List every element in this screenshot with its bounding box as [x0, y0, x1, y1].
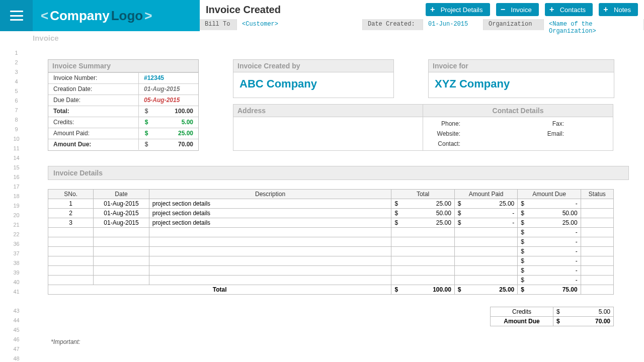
- company-logo: < Company Logo >: [33, 0, 200, 31]
- money-cell: $25.00: [391, 199, 454, 209]
- cell-status: [581, 218, 613, 228]
- table-row: 301-Aug-2015project section details$25.0…: [48, 218, 614, 228]
- cell-date: 01-Aug-2015: [94, 218, 149, 228]
- date-created-label: Date Created:: [363, 19, 423, 30]
- cell-date: 01-Aug-2015: [94, 199, 149, 209]
- money-cell: $25.00: [454, 285, 517, 295]
- money-cell: $-: [518, 199, 581, 209]
- table-row: 101-Aug-2015project section details$25.0…: [48, 199, 614, 209]
- invoice-details-table: SNo. Date Description Total Amount Paid …: [48, 189, 614, 295]
- creation-date-value: 01-Aug-2015: [139, 84, 198, 95]
- due-date-label: Due Date:: [48, 95, 139, 106]
- recap-credits-value: $5.00: [553, 307, 614, 317]
- plus-icon: +: [549, 6, 555, 14]
- invoice-created-by-box: Invoice Created by ABC Company: [233, 59, 394, 98]
- col-total: Total: [391, 190, 454, 199]
- total-label: Total:: [48, 106, 139, 117]
- cell-sno: 2: [48, 209, 94, 218]
- invoice-button[interactable]: − Invoice: [496, 3, 539, 16]
- table-row: 201-Aug-2015project section details$50.0…: [48, 209, 614, 218]
- notes-button[interactable]: + Notes: [599, 3, 638, 16]
- money-cell: $-: [518, 247, 581, 256]
- logo-sub-text: Logo: [111, 8, 143, 24]
- bill-to-value[interactable]: <Customer>: [237, 19, 363, 30]
- cell-desc: project section details: [149, 209, 391, 218]
- currency-symbol: $: [139, 128, 154, 139]
- important-note-label: *Important:: [48, 338, 629, 345]
- money-cell: $-: [518, 256, 581, 266]
- credits-label: Credits:: [48, 117, 139, 128]
- amount-due-value: 70.00: [154, 139, 198, 150]
- table-header-row: SNo. Date Description Total Amount Paid …: [48, 190, 614, 199]
- total-row-label: Total: [48, 285, 391, 295]
- invoice-label: Invoice: [511, 6, 532, 14]
- logo-bracket-open: <: [41, 8, 48, 24]
- invoice-for-name: XYZ Company: [429, 72, 614, 98]
- credits-value: 5.00: [154, 117, 198, 128]
- col-status: Status: [581, 190, 613, 199]
- recap-credits-label: Credits: [491, 307, 553, 317]
- total-value: 100.00: [154, 106, 198, 117]
- invoice-number-value: #12345: [139, 73, 198, 83]
- date-created-value[interactable]: 01-Jun-2015: [423, 19, 484, 30]
- money-cell: $-: [518, 228, 581, 237]
- invoice-for-box: Invoice for XYZ Company: [428, 59, 614, 98]
- recap-box: Credits $5.00 Amount Due $70.00: [48, 307, 614, 326]
- project-details-button[interactable]: + Project Details: [426, 3, 490, 16]
- organization-value[interactable]: <Name of the Organization>: [544, 19, 644, 30]
- money-cell: $-: [518, 276, 581, 285]
- money-cell: $-: [518, 237, 581, 247]
- col-due: Amount Due: [518, 190, 581, 199]
- row-number-gutter: 1234567891011141516171819202122363738394…: [0, 45, 33, 362]
- amount-due-label: Amount Due:: [48, 139, 139, 150]
- money-cell: $25.00: [518, 218, 581, 228]
- contacts-button[interactable]: + Contacts: [545, 3, 593, 16]
- cell-desc: project section details: [149, 218, 391, 228]
- created-by-header: Invoice Created by: [233, 60, 393, 72]
- fax-label: Fax:: [539, 120, 564, 127]
- currency-symbol: $: [139, 106, 154, 117]
- money-cell: $25.00: [391, 218, 454, 228]
- currency-symbol: $: [139, 117, 154, 128]
- email-label: Email:: [539, 130, 564, 137]
- created-by-name: ABC Company: [233, 72, 393, 98]
- hamburger-menu-button[interactable]: [0, 0, 33, 31]
- logo-bracket-close: >: [144, 8, 152, 24]
- money-cell: $-: [454, 218, 517, 228]
- money-cell: $-: [518, 266, 581, 276]
- invoice-summary-header: Invoice Summary: [48, 60, 198, 72]
- address-header: Address: [233, 105, 423, 117]
- invoice-summary-box: Invoice Summary Invoice Number: #12345 C…: [48, 59, 199, 151]
- bill-to-label: Bill To: [200, 19, 237, 30]
- money-cell: $50.00: [391, 209, 454, 218]
- address-body: [233, 117, 423, 150]
- col-date: Date: [94, 190, 149, 199]
- cell-desc: project section details: [149, 199, 391, 209]
- col-sno: SNo.: [48, 190, 94, 199]
- money-cell: $25.00: [454, 199, 517, 209]
- recap-due-label: Amount Due: [491, 317, 553, 326]
- table-row-empty: $-: [48, 228, 614, 237]
- creation-date-label: Creation Date:: [48, 84, 139, 95]
- invoice-tab: Invoice: [0, 31, 644, 45]
- table-row-empty: $-: [48, 247, 614, 256]
- amount-paid-value: 25.00: [154, 128, 198, 139]
- cell-date: 01-Aug-2015: [94, 209, 149, 218]
- phone-label: Phone:: [427, 120, 460, 127]
- col-desc: Description: [149, 190, 391, 199]
- notes-label: Notes: [614, 6, 631, 14]
- contact-details-box: Contact Details Phone:Fax: Website:Email…: [423, 104, 613, 151]
- cell-status: [581, 199, 613, 209]
- table-row-empty: $-: [48, 237, 614, 247]
- money-cell: $50.00: [518, 209, 581, 218]
- cell-sno: 3: [48, 218, 94, 228]
- table-row-empty: $-: [48, 266, 614, 276]
- contact-details-header: Contact Details: [423, 105, 613, 117]
- cell-status: [581, 209, 613, 218]
- col-paid: Amount Paid: [454, 190, 517, 199]
- organization-label: Organization: [484, 19, 544, 30]
- invoice-number-label: Invoice Number:: [48, 73, 139, 83]
- address-box: Address: [233, 104, 423, 151]
- contacts-label: Contacts: [560, 6, 586, 14]
- minus-icon: −: [500, 6, 506, 14]
